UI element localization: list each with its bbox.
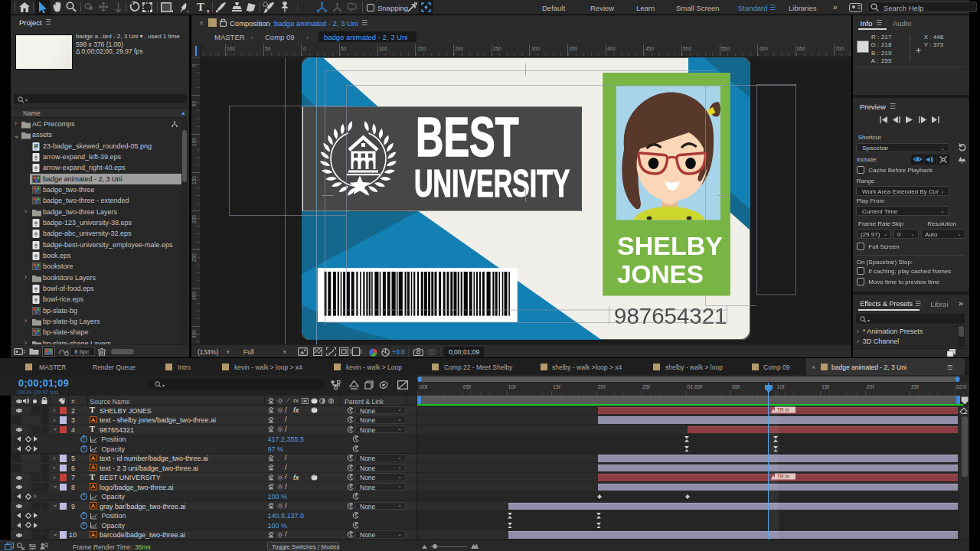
svg-text:TR In: TR In: [777, 407, 789, 412]
svg-text:TR In: TR In: [777, 474, 789, 479]
